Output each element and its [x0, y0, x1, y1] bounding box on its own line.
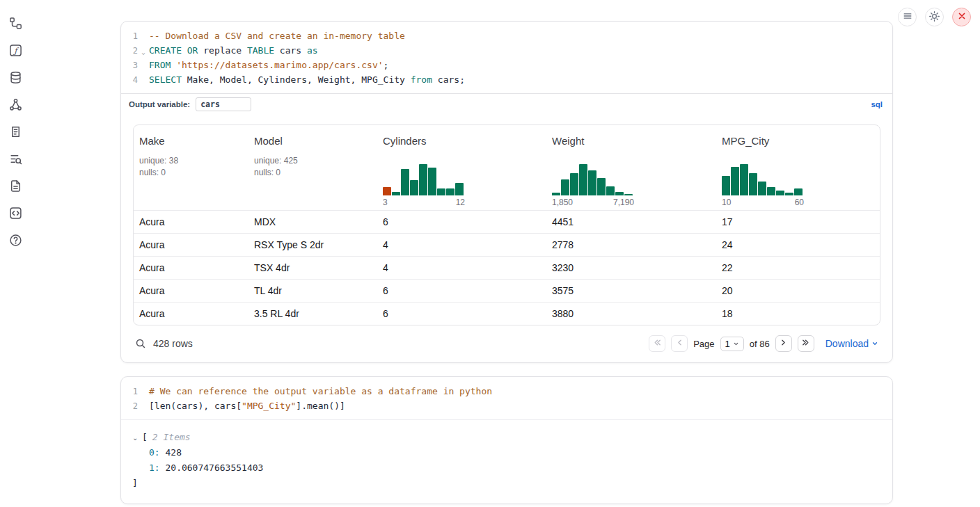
code-token: as	[307, 45, 318, 56]
table-row[interactable]: AcuraRSX Type S 2dr4277824	[134, 233, 880, 256]
histogram-max-label: 7,190	[613, 198, 634, 207]
code-token: [len(cars), cars[	[149, 401, 242, 411]
settings-button[interactable]	[925, 8, 944, 26]
histogram-bar	[446, 188, 455, 195]
page-total: of 86	[750, 339, 770, 349]
histogram-bar	[758, 182, 766, 195]
histogram-bar	[588, 170, 596, 195]
download-label: Download	[825, 338, 869, 349]
dependency-graph-icon[interactable]	[8, 97, 23, 112]
sql-cell-output: Makeunique: 38nulls: 0Modelunique: 425nu…	[121, 115, 892, 362]
code-token: Make, Model, Cylinders, Weight, MPG_City	[182, 74, 411, 85]
fold-gutter	[138, 29, 149, 44]
table-cell: 17	[716, 211, 880, 233]
output-variable-input[interactable]	[196, 97, 251, 111]
code-token: from	[411, 74, 432, 85]
sql-cell: 1-- Download a CSV and create an in-memo…	[120, 21, 893, 363]
code-text: SELECT Make, Model, Cylinders, Weight, M…	[149, 73, 465, 88]
tree-root-line: ⌄ [ 2 Items	[132, 430, 881, 445]
code-text: # We can reference the output variable a…	[149, 385, 492, 399]
close-button[interactable]	[952, 8, 971, 26]
histogram-bar	[767, 187, 775, 195]
histogram-bar	[624, 194, 633, 195]
entry-value: 428	[160, 445, 182, 460]
download-button[interactable]: Download	[825, 338, 878, 349]
histogram-bar	[597, 178, 606, 195]
column-header-make: Makeunique: 38nulls: 0	[134, 135, 248, 210]
code-token	[171, 60, 176, 70]
collapse-chevron-icon[interactable]: ⌄	[132, 434, 142, 442]
output-variable-label: Output variable:	[129, 100, 190, 108]
column-histogram[interactable]: 1,8507,190	[552, 164, 634, 210]
snippets-icon[interactable]	[8, 205, 23, 220]
histogram-bar	[785, 193, 793, 195]
histogram-bar	[455, 183, 464, 195]
column-histogram[interactable]: 1060	[722, 164, 804, 210]
table-row[interactable]: Acura3.5 RL 4dr6388018	[134, 302, 880, 325]
table-row[interactable]: AcuraMDX6445117	[134, 210, 880, 233]
database-icon[interactable]	[8, 70, 23, 85]
gear-icon	[928, 10, 940, 24]
table-cell: Acura	[134, 211, 248, 233]
next-page-icon	[779, 338, 788, 349]
code-token: CREATE OR	[149, 45, 198, 56]
histogram-bar	[615, 192, 624, 195]
last-page-button[interactable]	[798, 335, 814, 352]
table-cell: 22	[716, 257, 880, 279]
next-page-button[interactable]	[775, 335, 792, 352]
table-cell: TSX 4dr	[248, 257, 377, 279]
outline-icon[interactable]	[8, 124, 23, 139]
column-histogram[interactable]: 312	[383, 164, 465, 210]
table-cell: 2778	[546, 234, 716, 256]
prev-page-button[interactable]	[671, 335, 688, 352]
column-name[interactable]: Make	[139, 135, 243, 147]
table-cell: MDX	[248, 211, 377, 233]
prev-page-icon	[675, 338, 684, 349]
first-page-button[interactable]	[649, 335, 665, 352]
search-icon[interactable]	[135, 338, 146, 349]
table-cell: 4	[377, 234, 546, 256]
document-icon[interactable]	[8, 178, 23, 193]
column-name[interactable]: MPG_City	[722, 135, 874, 147]
python-code-editor[interactable]: 1# We can reference the output variable …	[121, 377, 892, 419]
page-select[interactable]: 1	[720, 337, 744, 351]
fold-chevron-icon[interactable]: ⌄	[138, 44, 149, 59]
code-token: "MPG_City"	[242, 401, 296, 411]
table-cell: 6	[377, 211, 546, 233]
histogram-min-label: 10	[722, 198, 731, 207]
table-cell: 3230	[546, 257, 716, 279]
fold-gutter	[138, 73, 149, 88]
table-cell: 18	[716, 303, 880, 325]
items-count: 2 Items	[152, 430, 191, 445]
chevron-down-icon	[733, 339, 739, 349]
entry-value: 20.060747663551403	[160, 460, 264, 476]
output-entry: 0: 428	[132, 445, 881, 460]
sql-code-editor[interactable]: 1-- Download a CSV and create an in-memo…	[121, 22, 892, 93]
code-token: ].mean()]	[296, 401, 345, 411]
code-token: TABLE	[247, 45, 274, 56]
column-name[interactable]: Cylinders	[383, 135, 541, 147]
output-variable-bar: Output variable: sql	[121, 93, 892, 115]
column-name[interactable]: Model	[254, 135, 372, 147]
column-name[interactable]: Weight	[552, 135, 711, 147]
table-row[interactable]: AcuraTSX 4dr4323022	[134, 256, 880, 279]
histogram-bar	[410, 180, 418, 195]
histogram-max-label: 60	[795, 198, 804, 207]
code-text: FROM 'https://datasets.marimo.app/cars.c…	[149, 58, 388, 73]
code-token: 'https://datasets.marimo.app/cars.csv'	[176, 60, 383, 70]
histogram-bar	[794, 188, 803, 195]
log-search-icon[interactable]	[8, 151, 23, 166]
table-cell: 3880	[546, 303, 716, 325]
help-icon[interactable]	[8, 232, 23, 248]
last-page-icon	[801, 338, 810, 349]
close-bracket: ]	[132, 476, 138, 491]
table-row[interactable]: AcuraTL 4dr6357520	[134, 279, 880, 302]
line-number: 1	[121, 385, 138, 399]
helper-panel-sidebar: ƒ	[0, 0, 31, 248]
code-line: 1# We can reference the output variable …	[121, 385, 892, 399]
histogram-bar	[419, 164, 427, 195]
file-tree-icon[interactable]	[8, 15, 23, 31]
menu-button[interactable]	[898, 8, 917, 26]
variables-icon[interactable]: ƒ	[8, 42, 23, 58]
histogram-bars	[383, 164, 465, 195]
